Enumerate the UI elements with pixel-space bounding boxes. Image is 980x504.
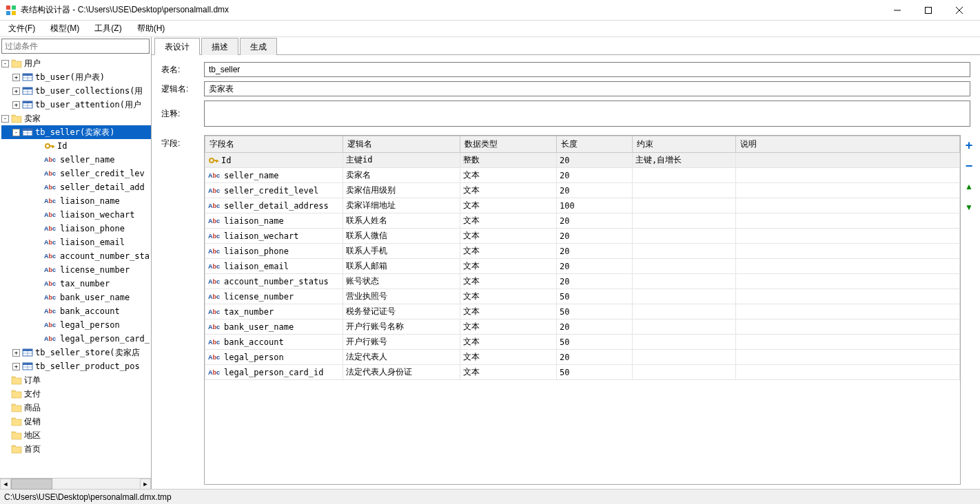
sidebar: -用户+tb_user(用户表)+tb_user_collections(用+t… [0,37,152,489]
add-field-button[interactable]: + [963,139,975,151]
tree-toggle-icon[interactable]: - [1,60,9,67]
tree-toggle-icon[interactable]: + [12,349,20,357]
window-title: 表结构设计器 - C:\Users\USE\Desktop\personalma… [21,4,881,16]
tree-table-user-collections[interactable]: +tb_user_collections(用 [1,84,151,98]
tree-field-seller_credit_level[interactable]: Abcseller_credit_lev [1,167,151,180]
table-row[interactable]: Abcseller_detail_address卖家详细地址文本100 [205,198,960,213]
tree-toggle-icon[interactable]: - [1,115,9,123]
col-length[interactable]: 长度 [557,136,633,153]
table-row[interactable]: Abcbank_account开户行账号文本50 [205,335,960,350]
tree-field-tax_number[interactable]: Abctax_number [1,277,151,291]
tree-field-seller_name[interactable]: Abcseller_name [1,153,151,167]
fields-grid[interactable]: 字段名 逻辑名 数据类型 长度 约束 说明 Id主键id整数20主键,自增长Ab… [204,135,961,485]
logic-name-input[interactable] [204,81,970,96]
tree-field-account_number_status[interactable]: Abcaccount_number_sta [1,249,151,263]
col-constraint[interactable]: 约束 [633,136,736,153]
tree-field-seller_detail_address[interactable]: Abcseller_detail_add [1,180,151,194]
menu-tools[interactable]: 工具(Z) [92,21,124,36]
tree-toggle-icon[interactable]: + [12,87,20,95]
tree-field-liaison_name[interactable]: Abcliaison_name [1,194,151,208]
table-row[interactable]: Abcliaison_phone联系人手机文本20 [205,244,960,259]
text-field-icon: Abc [44,169,58,178]
table-row[interactable]: Abclegal_person_card_id法定代表人身份证文本50 [205,365,960,380]
col-logic-name[interactable]: 逻辑名 [343,136,460,153]
scroll-thumb[interactable] [11,479,52,490]
tree-field-liaison_email[interactable]: Abcliaison_email [1,235,151,249]
svg-point-36 [210,158,214,162]
move-up-button[interactable]: ▲ [963,180,975,193]
cell-logic-name: 联系人姓名 [343,213,460,229]
tree-table-user-attention[interactable]: +tb_user_attention(用户 [1,98,151,112]
scroll-right-arrow-icon[interactable]: ► [140,479,151,490]
tree-field-liaison_phone[interactable]: Abcliaison_phone [1,222,151,235]
cell-field-name: bank_account [224,337,284,347]
table-row[interactable]: Abcaccount_number_status账号状态文本20 [205,274,960,289]
scroll-left-arrow-icon[interactable]: ◄ [0,479,11,490]
cell-description [736,198,960,213]
table-name-input[interactable] [204,62,970,77]
tree-label: tb_seller_product_pos [35,361,140,371]
move-down-button[interactable]: ▼ [963,201,975,213]
tree-table-user[interactable]: +tb_user(用户表) [1,70,151,84]
col-data-type[interactable]: 数据类型 [460,136,557,153]
table-name-label: 表名: [161,64,204,76]
maximize-button[interactable] [912,1,943,20]
tree-field-id[interactable]: Id [1,139,151,153]
tree-field-bank_user_name[interactable]: Abcbank_user_name [1,291,151,304]
tree-group-order_group[interactable]: 订单 [1,373,151,387]
tree-group-region_group[interactable]: 地区 [1,428,151,442]
tree-table-seller-store[interactable]: +tb_seller_store(卖家店 [1,346,151,359]
remove-field-button[interactable]: − [963,160,975,172]
menu-model[interactable]: 模型(M) [48,21,82,36]
tree-label: bank_user_name [60,293,130,302]
table-row[interactable]: Abctax_number税务登记证号文本50 [205,304,960,319]
tree-toggle-icon[interactable]: + [12,74,20,81]
cell-data-type: 文本 [460,198,557,213]
tree-field-liaison_wechart[interactable]: Abcliaison_wechart [1,208,151,222]
tree-toggle-icon[interactable]: + [12,101,20,109]
tree-view[interactable]: -用户+tb_user(用户表)+tb_user_collections(用+t… [0,55,151,478]
table-row[interactable]: Abcliaison_email联系人邮箱文本20 [205,259,960,274]
col-description[interactable]: 说明 [736,136,960,153]
cell-length: 20 [557,183,633,198]
tree-toggle-icon[interactable]: - [12,129,20,136]
table-row[interactable]: Id主键id整数20主键,自增长 [205,153,960,168]
menu-file[interactable]: 文件(F) [6,21,38,36]
table-row[interactable]: Abcliaison_name联系人姓名文本20 [205,213,960,229]
tree-field-bank_account[interactable]: Abcbank_account [1,304,151,318]
tree-toggle-icon[interactable]: + [12,363,20,370]
table-row[interactable]: Abclicense_number营业执照号文本50 [205,289,960,304]
table-row[interactable]: Abcseller_name卖家名文本20 [205,168,960,183]
tree-group-home_group[interactable]: 首页 [1,442,151,456]
tree-table-seller-product-pos[interactable]: +tb_seller_product_pos [1,359,151,373]
cell-constraint [633,183,736,198]
tree-field-legal_person[interactable]: Abclegal_person [1,318,151,332]
tab-description[interactable]: 描述 [201,38,238,55]
tree-group-user[interactable]: -用户 [1,56,151,70]
cell-constraint [633,274,736,289]
svg-rect-3 [12,11,16,15]
menu-help[interactable]: 帮助(H) [134,21,168,36]
filter-input[interactable] [1,39,150,54]
minimize-button[interactable] [881,1,912,20]
table-row[interactable]: Abcliaison_wechart联系人微信文本20 [205,229,960,244]
close-button[interactable] [943,1,974,20]
tree-field-license_number[interactable]: Abclicense_number [1,263,151,277]
tree-field-legal_person_card_id[interactable]: Abclegal_person_card_ [1,332,151,346]
tab-generate[interactable]: 生成 [240,38,277,55]
tab-design[interactable]: 表设计 [154,38,200,55]
table-row[interactable]: Abclegal_person法定代表人文本20 [205,350,960,365]
tree-group-goods_group[interactable]: 商品 [1,401,151,414]
tree-group-pay_group[interactable]: 支付 [1,387,151,401]
sidebar-horizontal-scrollbar[interactable]: ◄ ► [0,478,151,489]
table-row[interactable]: Abcbank_user_name开户行账号名称文本20 [205,319,960,335]
table-icon [22,127,33,137]
tree-group-seller[interactable]: -卖家 [1,112,151,125]
tree-group-promo_group[interactable]: 促销 [1,414,151,428]
col-field-name[interactable]: 字段名 [205,136,343,153]
cell-description [736,229,960,244]
tree-table-seller[interactable]: -tb_seller(卖家表) [1,125,151,139]
cell-logic-name: 联系人微信 [343,229,460,244]
comment-input[interactable] [204,101,970,127]
table-row[interactable]: Abcseller_credit_level卖家信用级别文本20 [205,183,960,198]
